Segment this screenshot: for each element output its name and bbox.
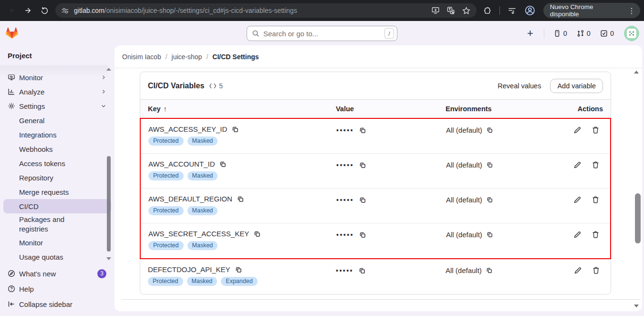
sidebar-item-access-tokens[interactable]: Access tokens [3, 156, 111, 170]
environments-cell: All (default) [446, 265, 560, 274]
edit-variable-button[interactable] [574, 266, 582, 274]
reveal-values-button[interactable]: Reveal values [498, 82, 541, 90]
copy-value-button[interactable] [359, 196, 366, 204]
copy-environment-button[interactable] [486, 161, 493, 169]
profile-icon[interactable] [524, 5, 536, 16]
page-scrollbar-thumb[interactable] [635, 193, 641, 243]
sidebar-item-packages-registries[interactable]: Packages and registries [3, 213, 111, 235]
sidebar-item-webhooks[interactable]: Webhooks [3, 142, 111, 156]
actions-cell [561, 230, 602, 239]
copy-icon [219, 160, 227, 168]
key-cell: AWS_DEFAULT_REGION Protected Masked [148, 195, 336, 215]
expanded-badge: Expanded [221, 277, 257, 286]
gear-icon [8, 102, 15, 110]
extensions-icon[interactable] [483, 6, 492, 15]
edit-variable-button[interactable] [573, 231, 582, 239]
protected-badge: Protected [148, 171, 184, 180]
variables-count: 5 [219, 82, 223, 90]
copy-value-button[interactable] [359, 161, 366, 169]
gitlab-logo[interactable] [6, 27, 18, 40]
sidebar-item-cicd[interactable]: CI/CD [3, 199, 111, 213]
merge-requests-counter[interactable]: 0 [574, 30, 593, 37]
sidebar-scroll-up-arrow[interactable] [106, 68, 111, 71]
reload-icon [40, 6, 49, 15]
search-input[interactable] [263, 30, 384, 38]
sidebar: Project Monitor Analyze Settings General… [0, 45, 114, 316]
browser-reload-button[interactable] [36, 2, 52, 19]
breadcrumb-item-project[interactable]: juice-shop [172, 53, 202, 61]
delete-variable-button[interactable] [592, 196, 600, 204]
column-header-key[interactable]: Key↑ [148, 105, 336, 113]
delete-variable-button[interactable] [592, 266, 600, 274]
copy-value-button[interactable] [359, 126, 366, 134]
sidebar-item-label: Monitor [19, 239, 43, 247]
issues-icon [553, 30, 561, 37]
browser-back-button[interactable] [4, 2, 20, 19]
address-bar[interactable]: gitlab.com/onisimiacob/juice-shop/-/sett… [55, 3, 477, 18]
copy-key-button[interactable] [231, 126, 239, 133]
copy-environment-button[interactable] [486, 126, 493, 134]
install-icon[interactable] [431, 6, 440, 15]
translate-icon[interactable] [447, 6, 455, 15]
breadcrumb-separator: / [202, 53, 212, 61]
sidebar-item-merge-requests[interactable]: Merge requests [3, 185, 111, 199]
page-scroll-down-arrow[interactable] [634, 305, 639, 307]
masked-value: ••••• [336, 196, 354, 204]
copy-key-button[interactable] [219, 160, 227, 168]
user-avatar[interactable] [624, 26, 639, 41]
bookmark-star-icon[interactable] [462, 6, 471, 15]
edit-variable-button[interactable] [573, 161, 582, 169]
pencil-icon [573, 196, 582, 204]
sidebar-item-monitor[interactable]: Monitor [3, 70, 111, 84]
whats-new-label: What's new [19, 270, 56, 278]
whats-new-item[interactable]: What's new 3 [3, 266, 111, 281]
copy-environment-button[interactable] [486, 231, 493, 238]
delete-variable-button[interactable] [592, 126, 600, 134]
add-variable-button[interactable]: Add variable [550, 79, 603, 93]
sidebar-item-label: CI/CD [19, 202, 39, 211]
copy-environment-button[interactable] [486, 267, 493, 274]
collapse-sidebar-item[interactable]: Collapse sidebar [3, 296, 111, 312]
copy-key-button[interactable] [235, 266, 242, 274]
copy-key-button[interactable] [253, 230, 261, 238]
toolbar-divider [499, 6, 500, 15]
sidebar-item-settings[interactable]: Settings [3, 99, 111, 113]
copy-icon [359, 126, 366, 134]
sidebar-item-general[interactable]: General [3, 113, 111, 127]
browser-menu-icon[interactable]: ⋮ [626, 6, 637, 15]
masked-value: ••••• [336, 231, 354, 239]
side-panel-icon[interactable] [508, 6, 517, 15]
delete-variable-button[interactable] [592, 231, 600, 239]
breadcrumb-item-user[interactable]: Onisim Iacob [122, 53, 161, 61]
copy-environment-button[interactable] [486, 196, 493, 203]
breadcrumb-item-current: CI/CD Settings [212, 53, 259, 61]
copy-value-button[interactable] [359, 231, 366, 239]
url-text: gitlab.com/onisimiacob/juice-shop/-/sett… [74, 7, 427, 14]
create-new-button[interactable]: + [523, 27, 537, 40]
copy-value-button[interactable] [358, 267, 366, 274]
browser-forward-button[interactable] [20, 2, 36, 19]
sidebar-item-usage-quotas[interactable]: Usage quotas [3, 250, 111, 264]
sidebar-item-repository[interactable]: Repository [3, 170, 111, 185]
sidebar-scroll-down-arrow[interactable] [106, 257, 111, 260]
site-settings-icon[interactable] [61, 7, 69, 15]
environment-scope: All (default) [446, 266, 482, 274]
search-shortcut-key: / [384, 28, 394, 39]
sidebar-item-integrations[interactable]: Integrations [3, 127, 111, 142]
edit-variable-button[interactable] [573, 196, 582, 204]
actions-cell [561, 160, 602, 169]
copy-icon [359, 196, 366, 204]
sidebar-item-analyze[interactable]: Analyze [3, 84, 111, 99]
help-item[interactable]: Help [3, 281, 111, 296]
search-icon [252, 30, 260, 37]
page-scroll-up-arrow[interactable] [634, 71, 639, 74]
issues-counter[interactable]: 0 [551, 30, 570, 37]
todos-counter[interactable]: 0 [598, 30, 616, 37]
sidebar-item-monitor-settings[interactable]: Monitor [3, 235, 111, 250]
chrome-update-button[interactable]: Nuevo Chrome disponible ⋮ [543, 3, 640, 18]
delete-variable-button[interactable] [592, 161, 600, 169]
search-box[interactable]: / [247, 26, 397, 41]
sidebar-scrollbar-thumb[interactable] [107, 156, 111, 252]
edit-variable-button[interactable] [573, 126, 582, 134]
copy-key-button[interactable] [237, 195, 244, 203]
